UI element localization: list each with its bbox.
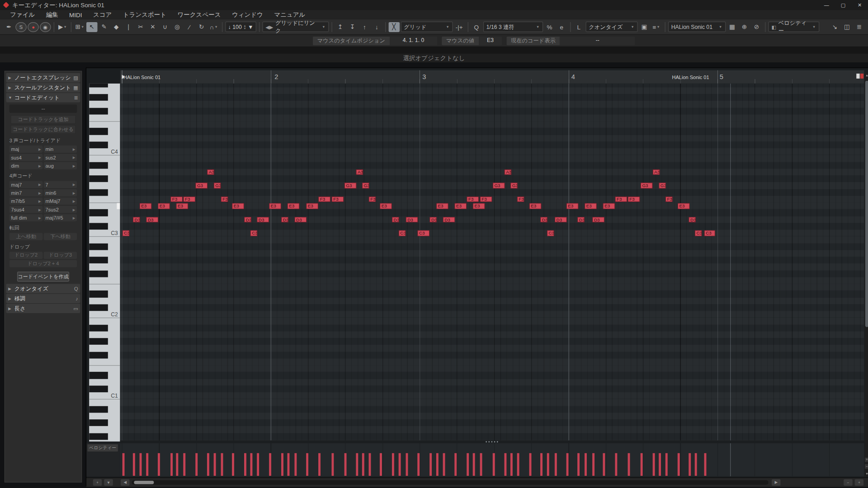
midi-note[interactable]: E3 <box>454 203 467 209</box>
drop-button[interactable]: ドロップ2 <box>9 252 42 259</box>
setup-toolbar-button[interactable]: ≣ <box>854 22 864 32</box>
split-tool-button[interactable]: ✂ <box>135 22 146 32</box>
velocity-bar[interactable] <box>331 453 334 476</box>
chord-variant-arrow-icon[interactable]: ▶ <box>38 147 41 151</box>
menu-item[interactable]: 編集 <box>40 10 63 19</box>
midi-note[interactable]: G3 <box>510 183 518 188</box>
velocity-lane-label[interactable]: ベロシティー <box>87 444 118 451</box>
maximize-button[interactable]: ▢ <box>835 0 852 10</box>
spin-steppers[interactable]: ▲▼ <box>243 24 246 29</box>
midi-note[interactable]: F3 <box>331 196 344 202</box>
velocity-bar[interactable] <box>158 453 160 476</box>
lane-add-button[interactable]: + <box>93 479 102 486</box>
chord-type-button[interactable]: min▶ <box>44 145 77 153</box>
iterative-quantize-button[interactable]: % <box>544 22 555 32</box>
piano-key-black[interactable] <box>89 419 108 426</box>
chord-variant-arrow-icon[interactable]: ▶ <box>38 216 41 220</box>
velocity-bar[interactable] <box>133 453 135 476</box>
drop-2-4-button[interactable]: ドロップ2 + 4 <box>9 260 77 267</box>
midi-note[interactable]: F3 <box>170 196 183 202</box>
velocity-zoom-in-button[interactable]: + <box>865 458 868 462</box>
piano-key-black[interactable] <box>89 175 108 182</box>
piano-key-black[interactable] <box>89 141 108 148</box>
menu-item[interactable]: トランスポート <box>118 10 172 19</box>
acoustic-feedback-button[interactable]: ◉ <box>40 22 51 32</box>
midi-note[interactable]: D3 <box>257 216 269 222</box>
midi-note[interactable]: F3 <box>480 196 492 202</box>
piano-key-black[interactable] <box>89 162 108 169</box>
inversion-button[interactable]: 下へ移動 <box>44 233 77 240</box>
zoom-in-button[interactable]: + <box>855 479 864 486</box>
velocity-bar[interactable] <box>540 453 542 476</box>
open-lower-zone-button[interactable]: ↘ <box>829 22 840 32</box>
length-quantize-icon[interactable]: L <box>573 22 584 32</box>
chord-type-button[interactable]: m7/b5▶ <box>9 197 42 205</box>
window-zones-button[interactable]: ◫ <box>841 22 852 32</box>
chord-type-button[interactable]: min6▶ <box>44 189 77 197</box>
velocity-bars[interactable] <box>120 443 864 476</box>
velocity-bar[interactable] <box>392 453 394 476</box>
midi-note[interactable]: D3 <box>146 216 158 222</box>
piano-key-black[interactable] <box>89 223 108 230</box>
info-field-value[interactable]: E3 <box>479 37 502 46</box>
velocity-bar[interactable] <box>529 453 532 476</box>
midi-note[interactable]: C3 <box>695 230 702 236</box>
chord-type-button[interactable]: full dim▶ <box>9 214 42 221</box>
midi-note[interactable]: G3 <box>214 183 221 188</box>
piano-key-black[interactable] <box>89 372 108 379</box>
velocity-bar[interactable] <box>250 453 252 476</box>
velocity-bar[interactable] <box>585 453 587 476</box>
midi-note[interactable]: C3 <box>547 230 554 236</box>
velocity-bar[interactable] <box>269 453 271 476</box>
midi-note[interactable]: G3 <box>641 183 653 188</box>
midi-note[interactable]: D3 <box>406 216 418 222</box>
velocity-bar[interactable] <box>566 453 569 476</box>
midi-note[interactable]: G3 <box>659 183 666 188</box>
velocity-bar[interactable] <box>140 453 142 476</box>
chord-type-button[interactable]: aug▶ <box>44 162 77 169</box>
chord-variant-arrow-icon[interactable]: ▶ <box>73 191 75 195</box>
piano-key-black[interactable] <box>89 84 108 87</box>
piano-key-black[interactable] <box>89 270 108 277</box>
chord-type-button[interactable]: 7sus4▶ <box>9 206 42 213</box>
part-end-label[interactable]: HALion Sonic 01 <box>672 75 709 80</box>
velocity-bar[interactable] <box>294 453 297 476</box>
scroll-down-button[interactable]: ▼ <box>865 472 868 475</box>
midi-note[interactable]: D3 <box>540 216 547 222</box>
horizontal-scroll-track[interactable] <box>132 480 768 485</box>
midi-note[interactable]: E3 <box>436 203 448 209</box>
line-tool-button[interactable]: ∕ <box>184 22 195 32</box>
midi-note[interactable]: G3 <box>493 183 505 188</box>
insert-velocity-field[interactable]: ↓100▲▼▼ <box>225 22 256 32</box>
menu-item[interactable]: ウィンドウ <box>226 10 269 19</box>
midi-note[interactable]: E3 <box>306 203 318 209</box>
midi-note[interactable]: F3 <box>628 196 640 202</box>
velocity-bar[interactable] <box>176 453 178 476</box>
velocity-bar[interactable] <box>281 453 283 476</box>
midi-note[interactable]: A3 <box>505 169 512 175</box>
part-editing-mode-button[interactable]: ⊞▼ <box>74 22 85 32</box>
midi-note[interactable]: E3 <box>158 203 170 209</box>
pin-editor-icon[interactable]: ✒ <box>3 22 14 32</box>
velocity-bar[interactable] <box>183 453 185 476</box>
midi-note[interactable]: C3 <box>123 230 130 236</box>
velocity-bar[interactable] <box>214 453 216 476</box>
chord-variant-arrow-icon[interactable]: ▶ <box>73 199 75 203</box>
chord-variant-arrow-icon[interactable]: ▶ <box>38 164 41 168</box>
move-down-button[interactable]: ↓ <box>371 22 382 32</box>
close-button[interactable]: ✕ <box>851 0 868 10</box>
match-chord-track-button[interactable]: コードトラックに合わせる <box>10 125 75 134</box>
note-grid[interactable]: C3D3E3D3E3F3E3F3G3A3G3F3E3D3C3D3E3D3E3D3… <box>120 84 864 441</box>
velocity-bar[interactable] <box>306 453 308 476</box>
velocity-bar[interactable] <box>592 453 594 476</box>
midi-note[interactable]: E3 <box>288 203 300 209</box>
midi-note[interactable]: F3 <box>221 196 228 202</box>
velocity-bar[interactable] <box>467 453 469 476</box>
add-chord-track-button[interactable]: コードトラックを追加 <box>10 115 75 124</box>
midi-note[interactable]: D3 <box>443 216 455 222</box>
midi-note[interactable]: E3 <box>678 203 690 209</box>
velocity-bar[interactable] <box>344 453 347 476</box>
piano-key-black[interactable] <box>89 304 108 311</box>
info-field-value[interactable]: 4. 1. 1. 0 <box>390 37 437 46</box>
inversion-button[interactable]: 上へ移動 <box>9 233 42 240</box>
